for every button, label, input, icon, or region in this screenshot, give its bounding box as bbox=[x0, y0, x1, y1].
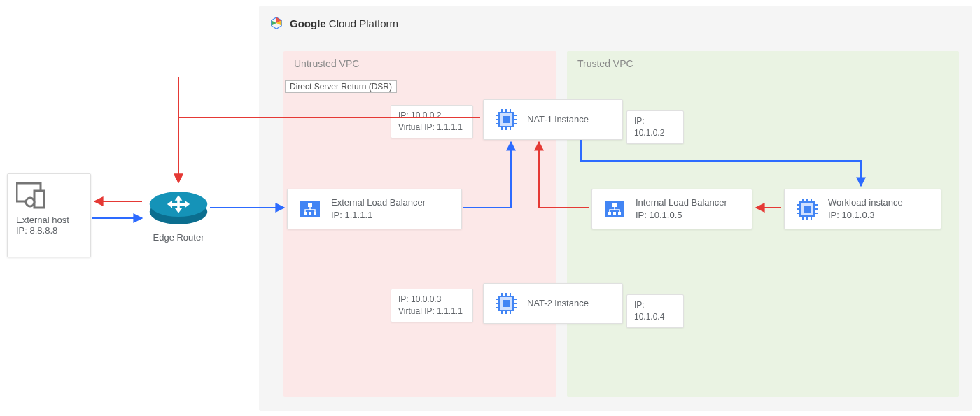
svg-rect-8 bbox=[308, 203, 312, 207]
svg-rect-7 bbox=[314, 212, 316, 215]
nat2-right-ip-card: IP: 10.1.0.4 bbox=[626, 294, 684, 328]
workload-ip: IP: 10.1.0.3 bbox=[828, 209, 903, 222]
svg-rect-39 bbox=[618, 212, 621, 215]
workload-title: Workload instance bbox=[828, 196, 903, 209]
cpu-icon bbox=[493, 291, 519, 316]
cpu-icon bbox=[493, 107, 519, 132]
diagram-canvas: Untrusted VPC Trusted VPC Google Cloud P… bbox=[0, 0, 980, 416]
nat1-card: NAT-1 instance bbox=[483, 99, 623, 140]
nat1-left-ip1: IP: 10.0.0.2 bbox=[398, 110, 465, 122]
nat1-left-ip-card: IP: 10.0.0.2 Virtual IP: 1.1.1.1 bbox=[391, 105, 473, 138]
internal-lb-title: Internal Load Balancer bbox=[636, 196, 727, 209]
nat2-card: NAT-2 instance bbox=[483, 283, 623, 324]
external-host-label: External host bbox=[16, 215, 69, 225]
gcp-header: Google Cloud Platform bbox=[269, 15, 398, 31]
nat1-title: NAT-1 instance bbox=[527, 113, 589, 126]
cpu-icon bbox=[794, 196, 820, 222]
untrusted-vpc-label: Untrusted VPC bbox=[294, 58, 359, 69]
svg-point-2 bbox=[26, 198, 34, 206]
external-host-card: External host IP: 8.8.8.8 bbox=[7, 173, 91, 257]
svg-rect-6 bbox=[309, 212, 312, 215]
svg-rect-10 bbox=[503, 116, 510, 123]
gcp-title: Google Cloud Platform bbox=[290, 17, 398, 29]
svg-rect-38 bbox=[613, 212, 616, 215]
svg-rect-1 bbox=[34, 191, 44, 208]
nat2-left-ip-card: IP: 10.0.0.3 Virtual IP: 1.1.1.1 bbox=[391, 289, 473, 322]
gcp-title-bold: Google bbox=[290, 17, 326, 29]
nat2-title: NAT-2 instance bbox=[527, 297, 589, 310]
nat1-right-ip: IP: 10.1.0.2 bbox=[634, 115, 676, 139]
nat1-right-ip-card: IP: 10.1.0.2 bbox=[626, 110, 684, 144]
nat2-left-ip2: Virtual IP: 1.1.1.1 bbox=[398, 306, 465, 317]
trusted-vpc-label: Trusted VPC bbox=[578, 58, 634, 69]
gcp-title-rest: Cloud Platform bbox=[326, 17, 398, 29]
svg-rect-42 bbox=[804, 206, 811, 213]
svg-rect-24 bbox=[503, 300, 510, 307]
edge-router-label: Edge Router bbox=[140, 232, 217, 243]
external-lb-ip: IP: 1.1.1.1 bbox=[331, 209, 426, 222]
dsr-label: Direct Server Return (DSR) bbox=[285, 80, 397, 93]
svg-rect-37 bbox=[608, 212, 611, 215]
external-host-ip: IP: 8.8.8.8 bbox=[16, 225, 57, 236]
internal-lb-ip: IP: 10.1.0.5 bbox=[636, 209, 727, 222]
external-lb-title: External Load Balancer bbox=[331, 196, 426, 209]
router-icon bbox=[147, 180, 210, 229]
nat2-left-ip1: IP: 10.0.0.3 bbox=[398, 294, 465, 306]
gcp-logo-icon bbox=[269, 15, 284, 31]
edge-router: Edge Router bbox=[140, 180, 217, 243]
svg-rect-40 bbox=[612, 203, 617, 207]
devices-icon bbox=[16, 182, 50, 210]
load-balancer-icon bbox=[298, 196, 323, 222]
nat2-right-ip: IP: 10.1.0.4 bbox=[634, 299, 676, 323]
nat1-left-ip2: Virtual IP: 1.1.1.1 bbox=[398, 122, 465, 134]
internal-lb-card: Internal Load Balancer IP: 10.1.0.5 bbox=[592, 189, 752, 229]
workload-card: Workload instance IP: 10.1.0.3 bbox=[784, 189, 941, 229]
external-lb-card: External Load Balancer IP: 1.1.1.1 bbox=[287, 189, 462, 229]
load-balancer-icon bbox=[602, 196, 627, 222]
svg-rect-5 bbox=[304, 212, 307, 215]
